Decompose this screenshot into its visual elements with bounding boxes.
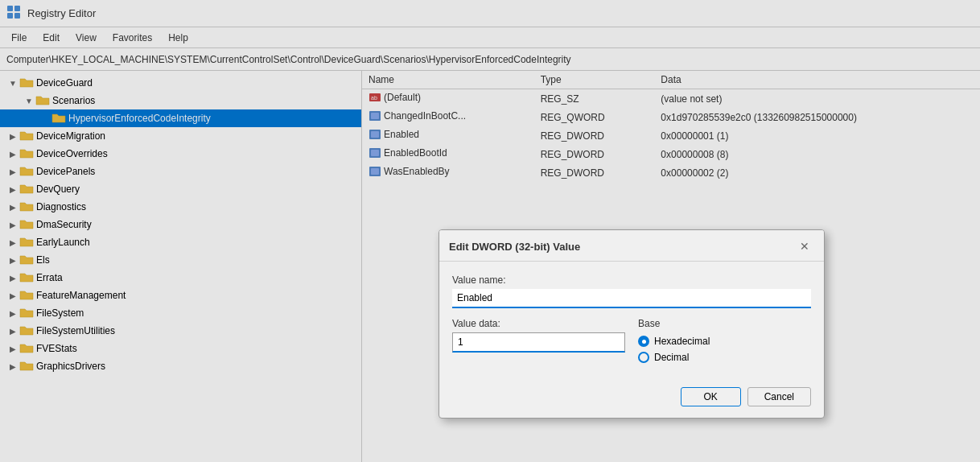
dialog-title: Edit DWORD (32-bit) Value (449, 241, 580, 253)
radio-decimal-row[interactable]: Decimal (638, 352, 811, 363)
value-name-input[interactable] (452, 289, 811, 308)
radio-decimal-button[interactable] (638, 352, 649, 363)
radio-hexadecimal-button[interactable] (638, 336, 649, 347)
value-name-label: Value name: (452, 274, 811, 286)
cancel-button[interactable]: Cancel (747, 387, 811, 406)
dialog-body: Value name: Value data: Base Hexadecimal… (439, 262, 824, 381)
radio-hexadecimal-label: Hexadecimal (654, 336, 710, 347)
dialog-overlay: Edit DWORD (32-bit) Value ✕ Value name: … (0, 0, 980, 462)
value-data-col: Value data: (452, 318, 625, 353)
dialog-row: Value data: Base Hexadecimal Decimal (452, 318, 811, 368)
radio-hexadecimal-row[interactable]: Hexadecimal (638, 336, 811, 347)
value-data-input[interactable] (452, 332, 625, 353)
dialog-close-button[interactable]: ✕ (795, 237, 814, 256)
dialog-title-bar: Edit DWORD (32-bit) Value ✕ (439, 230, 824, 262)
radio-decimal-label: Decimal (654, 352, 689, 363)
value-data-label: Value data: (452, 318, 625, 329)
dialog-footer: OK Cancel (439, 381, 824, 418)
ok-button[interactable]: OK (681, 387, 741, 406)
base-col: Base Hexadecimal Decimal (638, 318, 811, 368)
edit-dword-dialog: Edit DWORD (32-bit) Value ✕ Value name: … (439, 229, 825, 419)
base-label: Base (638, 318, 811, 329)
